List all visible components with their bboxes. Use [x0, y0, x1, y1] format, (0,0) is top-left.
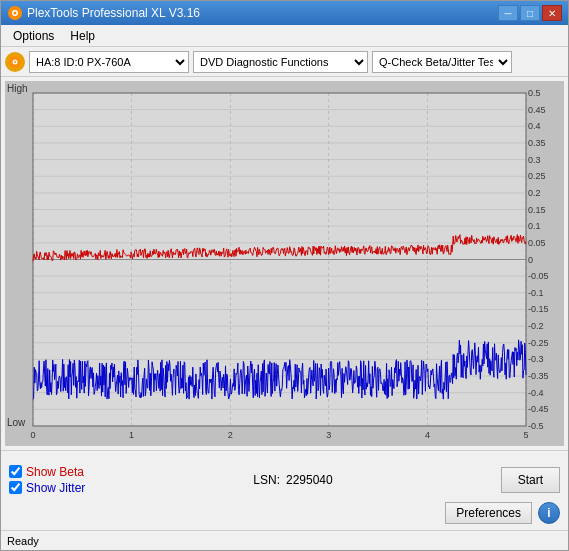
show-beta-row: Show Beta: [9, 465, 85, 479]
main-window: PlexTools Professional XL V3.16 ─ □ ✕ Op…: [0, 0, 569, 551]
maximize-button[interactable]: □: [520, 5, 540, 21]
close-button[interactable]: ✕: [542, 5, 562, 21]
function-select[interactable]: DVD Diagnostic Functions: [193, 51, 368, 73]
bottom-panel: Show Beta Show Jitter LSN: 2295040 Start…: [1, 450, 568, 530]
window-controls: ─ □ ✕: [498, 5, 562, 21]
status-text: Ready: [7, 535, 39, 547]
y-label-high: High: [7, 83, 28, 94]
bottom-second-row: Preferences i: [9, 502, 560, 524]
toolbar: HA:8 ID:0 PX-760A DVD Diagnostic Functio…: [1, 47, 568, 77]
lsn-area: LSN: 2295040: [253, 473, 332, 487]
bottom-top-row: Show Beta Show Jitter LSN: 2295040 Start: [9, 457, 560, 502]
y-label-low: Low: [7, 417, 25, 428]
show-beta-checkbox[interactable]: [9, 465, 22, 478]
status-bar: Ready: [1, 530, 568, 550]
title-bar: PlexTools Professional XL V3.16 ─ □ ✕: [1, 1, 568, 25]
menu-help[interactable]: Help: [62, 27, 103, 45]
drive-select[interactable]: HA:8 ID:0 PX-760A: [29, 51, 189, 73]
start-button[interactable]: Start: [501, 467, 560, 493]
show-beta-label: Show Beta: [26, 465, 84, 479]
chart-canvas: [5, 81, 564, 446]
app-icon: [7, 5, 23, 21]
minimize-button[interactable]: ─: [498, 5, 518, 21]
show-jitter-label: Show Jitter: [26, 481, 85, 495]
chart-area: High Low: [5, 81, 564, 446]
menu-bar: Options Help: [1, 25, 568, 47]
preferences-button[interactable]: Preferences: [445, 502, 532, 524]
window-title: PlexTools Professional XL V3.16: [27, 6, 498, 20]
svg-point-2: [14, 12, 17, 15]
drive-icon: [5, 52, 25, 72]
lsn-label: LSN:: [253, 473, 280, 487]
test-select[interactable]: Q-Check Beta/Jitter Test: [372, 51, 512, 73]
svg-point-5: [14, 61, 16, 63]
info-button[interactable]: i: [538, 502, 560, 524]
show-jitter-row: Show Jitter: [9, 481, 85, 495]
show-jitter-checkbox[interactable]: [9, 481, 22, 494]
menu-options[interactable]: Options: [5, 27, 62, 45]
lsn-value: 2295040: [286, 473, 333, 487]
checkboxes: Show Beta Show Jitter: [9, 465, 85, 495]
